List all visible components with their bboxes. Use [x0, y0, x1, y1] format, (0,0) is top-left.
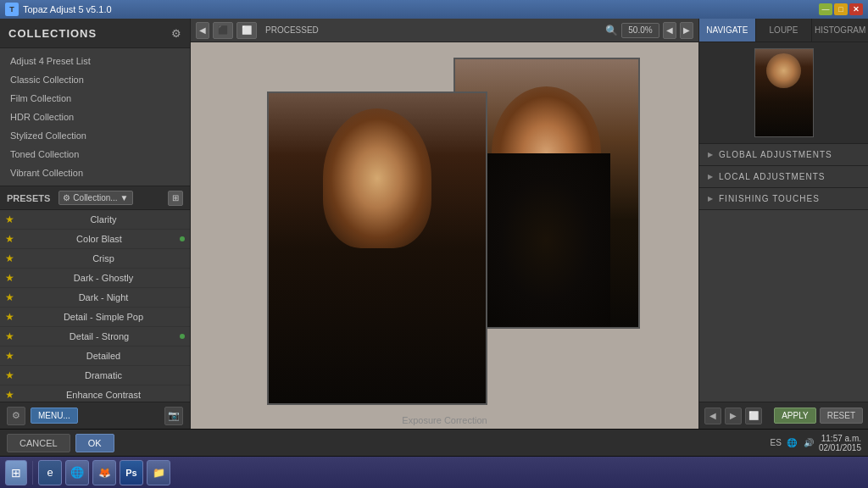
collection-item[interactable]: Stylized Collection: [0, 126, 190, 145]
photo-fg-image: [269, 93, 486, 403]
nav-compare-button[interactable]: ⬜: [745, 408, 762, 424]
window-title: Topaz Adjust 5 v5.1.0: [23, 4, 819, 14]
adjust-section-header[interactable]: ▶FINISHING TOUCHES: [699, 188, 868, 209]
preset-item[interactable]: ★Color Blast: [0, 230, 190, 249]
presets-grid-button[interactable]: ⊞: [168, 191, 183, 206]
processed-label: PROCESSED: [260, 25, 324, 35]
preset-item[interactable]: ★Dark - Night: [0, 288, 190, 308]
ok-button[interactable]: OK: [75, 434, 114, 452]
nav-tab-histogram[interactable]: HISTOGRAM: [812, 19, 868, 42]
collections-list: Adjust 4 Preset ListClassic CollectionFi…: [0, 48, 190, 186]
star-icon[interactable]: ★: [5, 369, 17, 381]
presets-dropdown[interactable]: ⚙ Collection... ▼: [58, 191, 132, 205]
taskbar-firefox[interactable]: 🦊: [92, 460, 116, 485]
collection-item[interactable]: Classic Collection: [0, 70, 190, 89]
preset-item[interactable]: ★Clarity: [0, 210, 190, 230]
adjust-section: ▶LOCAL ADJUSTMENTS: [699, 166, 868, 188]
bottom-panel: CANCEL OK ES 🌐 🔊 11:57 a.m. 02/01/2015: [0, 429, 868, 456]
thumbnail-area: [699, 42, 868, 144]
section-label: LOCAL ADJUSTMENTS: [719, 172, 826, 181]
preset-name: Detail - Strong: [22, 331, 176, 341]
adjust-section-header[interactable]: ▶GLOBAL ADJUSTMENTS: [699, 144, 868, 165]
zoom-inc-button[interactable]: ▶: [680, 22, 693, 39]
taskbar-browser2[interactable]: 🌐: [65, 460, 89, 485]
preset-item[interactable]: ★Detailed: [0, 347, 190, 366]
collection-item[interactable]: HDR Collection: [0, 108, 190, 126]
collection-item[interactable]: Vibrant Collection: [0, 164, 190, 182]
collection-item[interactable]: Adjust 4 Preset List: [0, 52, 190, 70]
preset-name: Dark - Ghostly: [22, 273, 185, 283]
star-icon[interactable]: ★: [5, 311, 17, 323]
nav-prev-button[interactable]: ◀: [704, 408, 721, 424]
collection-item[interactable]: Toned Collection: [0, 145, 190, 164]
close-button[interactable]: ✕: [849, 3, 863, 15]
taskbar-ps[interactable]: Ps: [120, 460, 143, 485]
chevron-down-icon: ▼: [120, 193, 129, 202]
taskbar-folder[interactable]: 📁: [147, 460, 170, 485]
preset-indicator: [180, 236, 185, 241]
zoom-dec-button[interactable]: ◀: [663, 22, 676, 39]
star-icon[interactable]: ★: [5, 233, 17, 245]
star-icon[interactable]: ★: [5, 252, 17, 264]
window-controls: — □ ✕: [819, 3, 863, 15]
menu-button[interactable]: MENU...: [31, 408, 78, 424]
nav-next-button[interactable]: ▶: [725, 408, 742, 424]
maximize-button[interactable]: □: [834, 3, 848, 15]
camera-icon[interactable]: 📷: [164, 407, 183, 425]
reset-button[interactable]: RESET: [820, 408, 863, 424]
gear-icon[interactable]: ⚙: [171, 27, 181, 40]
nav-tab-navigate[interactable]: NAVIGATE: [699, 19, 756, 42]
app-icon: T: [5, 3, 19, 16]
taskbar-ie[interactable]: e: [38, 460, 62, 485]
presets-dropdown-label: Collection...: [73, 193, 117, 202]
collections-header: COLLECTIONS ⚙: [0, 19, 190, 48]
star-icon[interactable]: ★: [5, 214, 17, 225]
folder-icon: 📁: [153, 467, 165, 479]
preset-item[interactable]: ★Detail - Strong: [0, 327, 190, 347]
preset-name: Dramatic: [22, 370, 185, 380]
preset-item[interactable]: ★Enhance Contrast: [0, 385, 190, 402]
presets-header: PRESETS ⚙ Collection... ▼ ⊞: [0, 186, 190, 210]
minimize-button[interactable]: —: [819, 3, 832, 15]
main-layout: COLLECTIONS ⚙ Adjust 4 Preset ListClassi…: [0, 19, 868, 429]
star-icon[interactable]: ★: [5, 389, 17, 401]
firefox-icon: 🦊: [98, 467, 111, 479]
adjustments-panel: ▶GLOBAL ADJUSTMENTS▶LOCAL ADJUSTMENTS▶FI…: [699, 144, 868, 402]
preset-name: Enhance Contrast: [22, 390, 185, 400]
preset-name: Crisp: [22, 253, 185, 263]
apply-button[interactable]: APPLY: [774, 408, 816, 424]
view-split-button[interactable]: ⬛: [213, 22, 233, 39]
adjust-section: ▶GLOBAL ADJUSTMENTS: [699, 144, 868, 166]
star-icon[interactable]: ★: [5, 291, 17, 303]
preset-name: Color Blast: [22, 234, 176, 244]
canvas-area[interactable]: [191, 42, 698, 412]
chevron-right-icon: ▶: [708, 151, 714, 158]
cancel-button[interactable]: CANCEL: [7, 434, 70, 452]
preset-item[interactable]: ★Crisp: [0, 249, 190, 269]
date-display: 02/01/2015: [819, 443, 861, 452]
toolbar: ◀ ⬛ ⬜ PROCESSED 🔍 ◀ ▶: [191, 19, 698, 42]
preset-name: Detailed: [22, 351, 185, 361]
star-icon[interactable]: ★: [5, 350, 17, 362]
nav-tab-loupe[interactable]: LOUPE: [756, 19, 813, 42]
star-icon[interactable]: ★: [5, 272, 17, 284]
view-full-button[interactable]: ⬜: [236, 22, 257, 39]
settings-icon[interactable]: ⚙: [7, 407, 25, 425]
titlebar: T Topaz Adjust 5 v5.1.0 — □ ✕: [0, 0, 868, 19]
gear-small-icon: ⚙: [63, 193, 70, 202]
section-label: GLOBAL ADJUSTMENTS: [719, 150, 832, 159]
thumbnail: [754, 48, 814, 137]
start-button[interactable]: ⊞: [5, 460, 27, 485]
system-tray: ES 🌐 🔊 11:57 a.m. 02/01/2015: [771, 434, 861, 452]
browser2-icon: 🌐: [70, 466, 84, 479]
prev-button[interactable]: ◀: [196, 22, 209, 39]
star-icon[interactable]: ★: [5, 330, 17, 342]
preset-item[interactable]: ★Detail - Simple Pop: [0, 308, 190, 327]
taskbar: ⊞ e 🌐 🦊 Ps 📁: [0, 456, 868, 488]
adjust-section-header[interactable]: ▶LOCAL ADJUSTMENTS: [699, 166, 868, 187]
collection-item[interactable]: Film Collection: [0, 89, 190, 108]
zoom-input[interactable]: [621, 23, 659, 38]
preset-item[interactable]: ★Dark - Ghostly: [0, 269, 190, 288]
sound-icon: 🔊: [802, 436, 815, 450]
preset-item[interactable]: ★Dramatic: [0, 366, 190, 385]
